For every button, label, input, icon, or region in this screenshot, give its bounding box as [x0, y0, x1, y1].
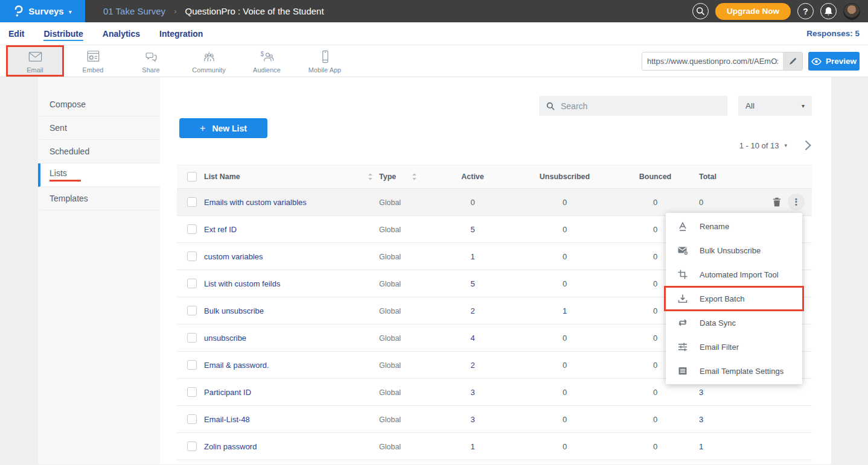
sidebar-item-label: Templates — [49, 194, 160, 203]
unsubscribed-count: 0 — [512, 442, 617, 451]
chevron-down-icon: ▾ — [802, 103, 805, 109]
menu-item-label: Email Template Settings — [700, 367, 783, 376]
row-checkbox[interactable] — [187, 387, 197, 397]
menu-item-automated-import[interactable]: Automated Import Tool — [666, 262, 802, 286]
list-type: Global — [379, 198, 401, 207]
list-name-link[interactable]: Email & password. — [204, 361, 269, 370]
list-filter-dropdown[interactable]: All ▾ — [738, 96, 812, 116]
row-checkbox[interactable] — [187, 414, 197, 424]
total-count[interactable]: 3 — [693, 415, 753, 424]
tab-analytics[interactable]: Analytics — [103, 24, 140, 44]
list-name-link[interactable]: unsubscribe — [204, 334, 246, 343]
svg-text:$: $ — [260, 50, 264, 57]
list-name-link[interactable]: List with custom feilds — [204, 279, 280, 288]
sidebar-item-label: Sent — [49, 123, 160, 133]
delete-list-button[interactable] — [770, 195, 783, 209]
topbar: Surveys ▾ 01 Take Survey › QuestionPro :… — [0, 0, 868, 22]
menu-item-data-sync[interactable]: Data Sync — [666, 311, 802, 335]
preview-button[interactable]: Preview — [808, 52, 860, 71]
sidebar-item-label: Scheduled — [49, 147, 160, 156]
toolbar-tile-email[interactable]: Email — [6, 45, 64, 77]
row-checkbox[interactable] — [187, 333, 197, 343]
mobile-app-icon — [318, 49, 333, 65]
menu-item-export-batch[interactable]: Export Batch — [666, 286, 802, 311]
menu-item-label: Rename — [700, 222, 729, 231]
list-type: Global — [379, 253, 401, 261]
row-checkbox[interactable] — [187, 306, 197, 315]
bounced-count: 0 — [617, 388, 693, 397]
edit-url-button[interactable] — [783, 52, 802, 70]
active-count[interactable]: 4 — [433, 334, 512, 343]
menu-item-email-filter[interactable]: Email Filter — [666, 335, 802, 359]
list-name-link[interactable]: Emails with custom varialbles — [204, 198, 307, 207]
responses-count: Responses: 5 — [806, 29, 860, 38]
table-row: Zolin password Global 1 0 0 1 ⋮ — [177, 433, 812, 460]
total-count: 0 — [693, 198, 753, 207]
sidebar-item-sent[interactable]: Sent — [38, 116, 160, 140]
column-header-bounced: Bounced — [617, 172, 693, 181]
row-checkbox[interactable] — [187, 251, 197, 261]
avatar[interactable] — [843, 3, 860, 20]
toolbar-tile-community[interactable]: Community — [180, 45, 238, 77]
new-list-button[interactable]: + New List — [179, 118, 267, 138]
sidebar: Compose Sent Scheduled Lists Templates — [38, 77, 160, 464]
automated-import-icon — [677, 269, 688, 280]
active-count[interactable]: 1 — [433, 442, 512, 451]
list-name-link[interactable]: Email-List-48 — [204, 415, 250, 424]
table-header: List Name Type Active Unsubscribed Bounc… — [177, 165, 812, 189]
bulk-unsubscribe-icon — [677, 245, 688, 256]
active-count[interactable]: 1 — [433, 252, 512, 261]
toolbar-tile-embed[interactable]: Embed — [64, 45, 122, 77]
active-count[interactable]: 2 — [433, 361, 512, 370]
total-count[interactable]: 3 — [693, 388, 753, 397]
pagination-next-button[interactable] — [804, 139, 812, 151]
notifications-button[interactable] — [820, 3, 837, 19]
toolbar-tile-share[interactable]: Share — [122, 45, 180, 77]
active-count[interactable]: 3 — [433, 388, 512, 397]
active-count[interactable]: 5 — [433, 225, 512, 234]
unsubscribed-count[interactable]: 1 — [512, 306, 617, 315]
menu-item-email-template-settings[interactable]: Email Template Settings — [666, 359, 802, 383]
row-checkbox[interactable] — [187, 197, 197, 207]
list-name-link[interactable]: custom variables — [204, 252, 263, 261]
list-name-link[interactable]: Zolin password — [204, 442, 257, 451]
list-name-link[interactable]: Participant ID — [204, 388, 251, 397]
upgrade-now-button[interactable]: Upgrade Now — [715, 3, 791, 20]
sidebar-item-templates[interactable]: Templates — [38, 187, 160, 210]
list-search-input[interactable] — [561, 101, 720, 111]
tab-integration[interactable]: Integration — [159, 24, 203, 44]
sidebar-item-lists[interactable]: Lists — [38, 163, 160, 187]
active-count[interactable]: 5 — [433, 279, 512, 288]
total-count[interactable]: 1 — [693, 442, 753, 451]
tabs: EditDistributeAnalyticsIntegration — [8, 24, 203, 44]
breadcrumb-survey-link[interactable]: 01 Take Survey — [103, 6, 165, 16]
sort-icon[interactable] — [368, 172, 373, 181]
survey-url-input[interactable] — [642, 52, 783, 70]
select-all-checkbox[interactable] — [187, 172, 197, 182]
tab-distribute[interactable]: Distribute — [43, 24, 83, 44]
row-checkbox[interactable] — [187, 360, 197, 370]
email-template-settings-icon — [677, 365, 688, 376]
toolbar-tile-mobile-app[interactable]: Mobile App — [296, 45, 354, 77]
menu-item-rename[interactable]: Rename — [666, 214, 802, 238]
row-checkbox[interactable] — [187, 441, 197, 451]
sidebar-item-scheduled[interactable]: Scheduled — [38, 140, 160, 163]
surveys-menu-button[interactable]: Surveys ▾ — [0, 0, 85, 22]
chevron-right-icon — [804, 139, 812, 151]
sidebar-item-compose[interactable]: Compose — [38, 93, 160, 116]
active-count[interactable]: 3 — [433, 415, 512, 424]
unsubscribed-count: 0 — [512, 415, 617, 424]
active-count[interactable]: 2 — [433, 306, 512, 315]
list-name-link[interactable]: Bulk unsubscribe — [204, 306, 264, 315]
row-menu-button[interactable]: ⋮ — [788, 194, 805, 210]
sort-icon[interactable] — [412, 172, 417, 181]
pagination-range-dropdown[interactable]: 1 - 10 of 13 ▾ — [739, 141, 787, 150]
row-checkbox[interactable] — [187, 224, 197, 234]
list-name-link[interactable]: Ext ref ID — [204, 225, 237, 234]
help-button[interactable]: ? — [797, 3, 814, 19]
tab-edit[interactable]: Edit — [8, 24, 24, 44]
menu-item-bulk-unsubscribe[interactable]: Bulk Unsubscribe — [666, 238, 802, 262]
search-button[interactable] — [692, 3, 709, 19]
toolbar-tile-audience[interactable]: $ Audience — [238, 45, 296, 77]
row-checkbox[interactable] — [187, 279, 197, 288]
